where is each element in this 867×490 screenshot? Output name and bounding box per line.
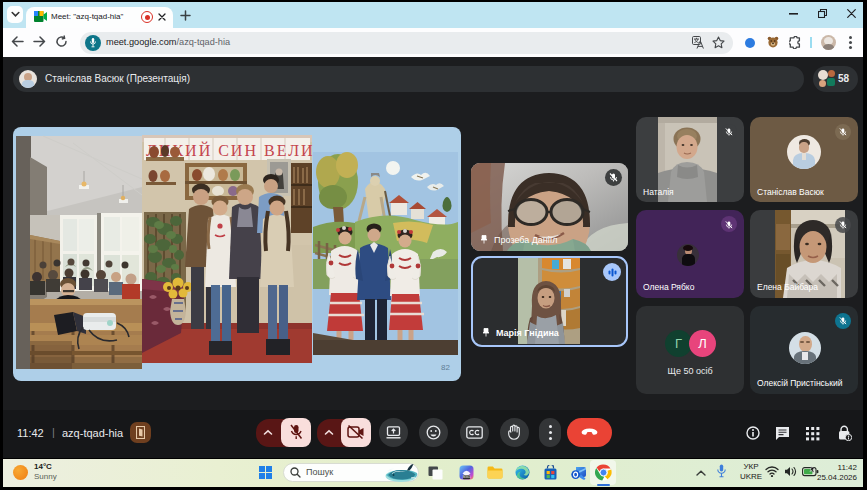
svg-text:82: 82 xyxy=(441,363,450,372)
svg-text:M365: M365 xyxy=(463,475,471,479)
